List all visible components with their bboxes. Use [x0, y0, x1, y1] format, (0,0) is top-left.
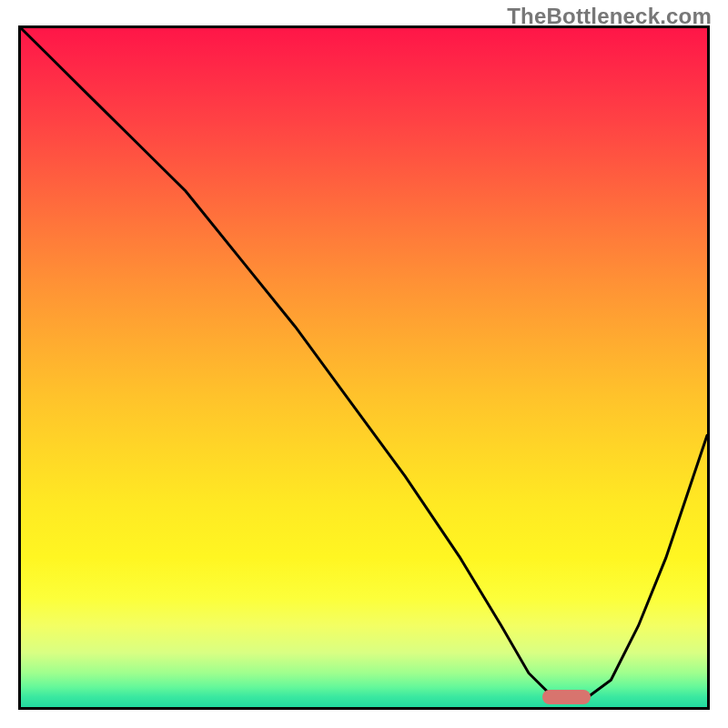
site-watermark: TheBottleneck.com: [507, 4, 712, 29]
chart-frame: TheBottleneck.com: [0, 0, 728, 728]
optimal-range-marker: [542, 690, 591, 704]
bottleneck-curve: [21, 28, 707, 707]
plot-area: [18, 25, 710, 710]
